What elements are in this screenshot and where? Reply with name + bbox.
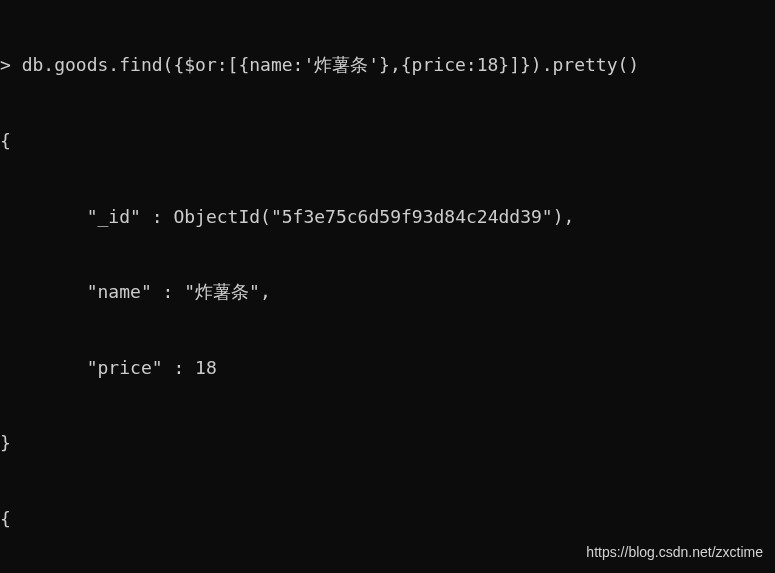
- output-line: "price" : 18: [0, 355, 775, 380]
- command-line: > db.goods.find({$or:[{name:'炸薯条'},{pric…: [0, 52, 775, 77]
- terminal-output[interactable]: > db.goods.find({$or:[{name:'炸薯条'},{pric…: [0, 0, 775, 573]
- output-line: {: [0, 128, 775, 153]
- output-line: {: [0, 506, 775, 531]
- output-line: }: [0, 430, 775, 455]
- watermark-text: https://blog.csdn.net/zxctime: [586, 543, 763, 563]
- output-line: "_id" : ObjectId("5f3e75c6d59f93d84c24dd…: [0, 204, 775, 229]
- output-line: "name" : "炸薯条",: [0, 279, 775, 304]
